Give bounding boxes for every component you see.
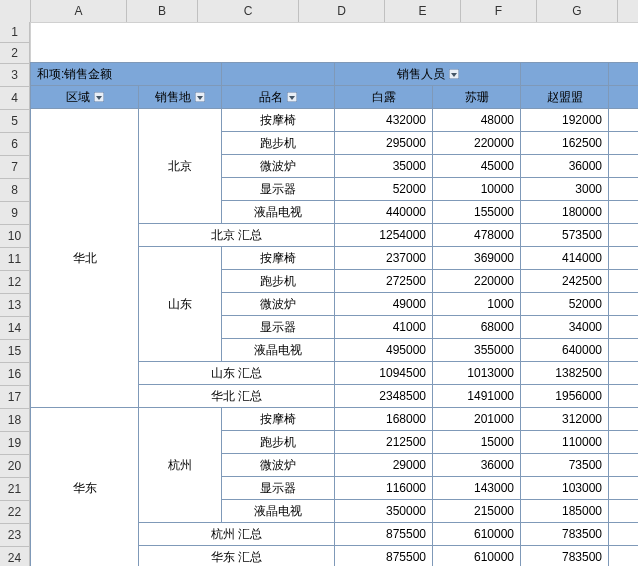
value-cell[interactable]: 312000	[521, 408, 609, 431]
value-cell[interactable]: 52000	[335, 178, 433, 201]
row-header-9[interactable]: 9	[0, 202, 30, 225]
value-cell[interactable]: 640000	[521, 339, 609, 362]
row-total-cell[interactable]: 337500	[609, 431, 639, 454]
subtotal-total-cell[interactable]: 2269000	[609, 546, 639, 567]
city-subtotal-label[interactable]: 山东 汇总	[139, 362, 335, 385]
salesperson-0[interactable]: 白露	[335, 86, 433, 109]
row-total-cell[interactable]: 672000	[609, 109, 639, 132]
subtotal-cell[interactable]: 478000	[433, 224, 521, 247]
row-header-17[interactable]: 17	[0, 386, 30, 409]
value-cell[interactable]: 41000	[335, 316, 433, 339]
dropdown-icon[interactable]	[287, 92, 297, 102]
value-cell[interactable]: 36000	[433, 454, 521, 477]
subtotal-cell[interactable]: 783500	[521, 523, 609, 546]
value-cell[interactable]: 10000	[433, 178, 521, 201]
value-cell[interactable]: 73500	[521, 454, 609, 477]
value-cell[interactable]: 369000	[433, 247, 521, 270]
row-total-cell[interactable]: 143000	[609, 316, 639, 339]
product-cell[interactable]: 按摩椅	[222, 109, 335, 132]
row-header-20[interactable]: 20	[0, 455, 30, 478]
city-subtotal-label[interactable]: 北京 汇总	[139, 224, 335, 247]
row-header-15[interactable]: 15	[0, 340, 30, 363]
salesperson-2[interactable]: 赵盟盟	[521, 86, 609, 109]
value-cell[interactable]: 355000	[433, 339, 521, 362]
subtotal-total-cell[interactable]: 3490000	[609, 362, 639, 385]
subtotal-total-cell[interactable]: 2269000	[609, 523, 639, 546]
row-header-24[interactable]: 24	[0, 547, 30, 566]
row-header-8[interactable]: 8	[0, 179, 30, 202]
row-total-cell[interactable]: 735000	[609, 270, 639, 293]
value-cell[interactable]: 212500	[335, 431, 433, 454]
subtotal-cell[interactable]: 1013000	[433, 362, 521, 385]
row-total-cell[interactable]: 1020000	[609, 247, 639, 270]
product-cell[interactable]: 跑步机	[222, 431, 335, 454]
value-cell[interactable]: 34000	[521, 316, 609, 339]
row-header-11[interactable]: 11	[0, 248, 30, 271]
region-subtotal-label[interactable]: 华北 汇总	[139, 385, 335, 408]
value-cell[interactable]: 201000	[433, 408, 521, 431]
select-all-corner[interactable]	[0, 0, 31, 22]
row-header-19[interactable]: 19	[0, 432, 30, 455]
product-cell[interactable]: 显示器	[222, 316, 335, 339]
value-cell[interactable]: 192000	[521, 109, 609, 132]
row-field-region[interactable]: 区域	[31, 86, 139, 109]
row-header-18[interactable]: 18	[0, 409, 30, 432]
row-header-5[interactable]: 5	[0, 110, 30, 133]
value-cell[interactable]: 48000	[433, 109, 521, 132]
value-cell[interactable]: 242500	[521, 270, 609, 293]
column-header-C[interactable]: C	[198, 0, 299, 22]
product-cell[interactable]: 液晶电视	[222, 339, 335, 362]
subtotal-total-cell[interactable]: 2305500	[609, 224, 639, 247]
subtotal-cell[interactable]: 875500	[335, 523, 433, 546]
product-cell[interactable]: 微波炉	[222, 454, 335, 477]
value-cell[interactable]: 162500	[521, 132, 609, 155]
subtotal-cell[interactable]: 1094500	[335, 362, 433, 385]
row-header-4[interactable]: 4	[0, 87, 30, 110]
subtotal-cell[interactable]: 783500	[521, 546, 609, 567]
grand-total-column[interactable]: 总计	[609, 86, 639, 109]
product-cell[interactable]: 微波炉	[222, 155, 335, 178]
row-header-12[interactable]: 12	[0, 271, 30, 294]
value-cell[interactable]: 180000	[521, 201, 609, 224]
row-header-2[interactable]: 2	[0, 43, 30, 64]
row-total-cell[interactable]: 362000	[609, 477, 639, 500]
value-cell[interactable]: 110000	[521, 431, 609, 454]
row-header-1[interactable]: 1	[0, 22, 30, 43]
column-header-B[interactable]: B	[127, 0, 198, 22]
row-header-6[interactable]: 6	[0, 133, 30, 156]
value-cell[interactable]: 35000	[335, 155, 433, 178]
subtotal-total-cell[interactable]: 5795500	[609, 385, 639, 408]
row-total-cell[interactable]: 775000	[609, 201, 639, 224]
subtotal-cell[interactable]: 610000	[433, 546, 521, 567]
dropdown-icon[interactable]	[449, 69, 459, 79]
value-cell[interactable]: 143000	[433, 477, 521, 500]
subtotal-cell[interactable]: 610000	[433, 523, 521, 546]
row-total-cell[interactable]: 677500	[609, 132, 639, 155]
row-header-13[interactable]: 13	[0, 294, 30, 317]
row-header-7[interactable]: 7	[0, 156, 30, 179]
value-cell[interactable]: 185000	[521, 500, 609, 523]
value-cell[interactable]: 45000	[433, 155, 521, 178]
value-cell[interactable]: 36000	[521, 155, 609, 178]
value-cell[interactable]: 414000	[521, 247, 609, 270]
product-cell[interactable]: 显示器	[222, 477, 335, 500]
value-cell[interactable]: 168000	[335, 408, 433, 431]
row-total-cell[interactable]: 138500	[609, 454, 639, 477]
value-cell[interactable]: 116000	[335, 477, 433, 500]
subtotal-cell[interactable]: 573500	[521, 224, 609, 247]
column-header-D[interactable]: D	[299, 0, 385, 22]
value-cell[interactable]: 295000	[335, 132, 433, 155]
subtotal-cell[interactable]: 875500	[335, 546, 433, 567]
value-cell[interactable]: 29000	[335, 454, 433, 477]
region-subtotal-label[interactable]: 华东 汇总	[139, 546, 335, 567]
row-total-cell[interactable]: 116000	[609, 155, 639, 178]
value-cell[interactable]: 15000	[433, 431, 521, 454]
region-cell[interactable]: 华北	[31, 109, 139, 408]
column-header-A[interactable]: A	[31, 0, 127, 22]
row-total-cell[interactable]: 65000	[609, 178, 639, 201]
column-header-E[interactable]: E	[385, 0, 461, 22]
value-cell[interactable]: 52000	[521, 293, 609, 316]
product-cell[interactable]: 显示器	[222, 178, 335, 201]
subtotal-cell[interactable]: 2348500	[335, 385, 433, 408]
value-cell[interactable]: 3000	[521, 178, 609, 201]
